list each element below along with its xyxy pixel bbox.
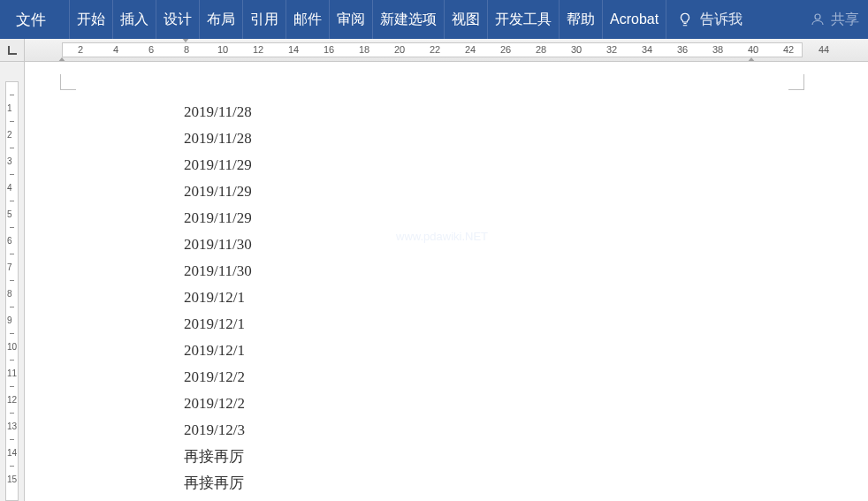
vruler-tick-5: 5 xyxy=(7,209,12,219)
vruler-tick-9: 9 xyxy=(7,315,12,325)
text-line[interactable]: 2019/11/28 xyxy=(184,125,252,152)
hruler-tick-2: 2 xyxy=(78,44,83,55)
hruler-tick-28: 28 xyxy=(536,44,546,55)
document-page[interactable]: www.pdawiki.NET 2019/11/282019/11/282019… xyxy=(25,62,868,501)
vruler-tick-12: 12 xyxy=(7,395,17,405)
vruler-tick-10: 10 xyxy=(7,342,17,352)
tab-开始[interactable]: 开始 xyxy=(69,0,113,39)
tab-帮助[interactable]: 帮助 xyxy=(560,0,603,39)
vruler-tick-3: 3 xyxy=(7,156,12,166)
margin-corner-tl xyxy=(60,69,81,90)
text-line[interactable]: 2019/11/30 xyxy=(184,258,252,285)
document-body[interactable]: 2019/11/282019/11/282019/11/292019/11/29… xyxy=(184,99,252,497)
text-line[interactable]: 2019/11/30 xyxy=(184,232,252,258)
vruler-tick-14: 14 xyxy=(7,448,17,458)
text-line[interactable]: 2019/12/1 xyxy=(184,311,252,338)
tab-引用[interactable]: 引用 xyxy=(243,0,286,39)
hruler-tick-30: 30 xyxy=(571,44,582,55)
hruler-tick-4: 4 xyxy=(113,44,118,55)
hruler-tick-20: 20 xyxy=(394,44,405,55)
vertical-ruler[interactable]: 123456789101112131415 xyxy=(0,62,25,501)
tab-file[interactable]: 文件 xyxy=(0,0,62,39)
hruler-tick-40: 40 xyxy=(748,44,758,55)
horizontal-ruler[interactable]: 2468101214161820222426283032343638404244 xyxy=(0,39,868,62)
text-line[interactable]: 2019/12/1 xyxy=(184,338,252,364)
hruler-tick-24: 24 xyxy=(465,44,476,55)
margin-corner-tr xyxy=(783,69,804,90)
hruler-tick-8: 8 xyxy=(184,44,189,55)
hruler-tick-26: 26 xyxy=(500,44,511,55)
text-line[interactable]: 2019/11/28 xyxy=(184,99,252,125)
lightbulb-icon xyxy=(677,11,693,27)
hruler-tick-36: 36 xyxy=(677,44,688,55)
ribbon-bar: 文件 开始插入设计布局引用邮件审阅新建选项视图开发工具帮助Acrobat 告诉我… xyxy=(0,0,868,39)
text-line[interactable]: 2019/12/2 xyxy=(184,391,252,417)
vruler-tick-7: 7 xyxy=(7,262,12,272)
hruler-tick-6: 6 xyxy=(148,44,154,55)
hruler-tick-18: 18 xyxy=(359,44,369,55)
hruler-tick-38: 38 xyxy=(712,44,723,55)
tab-布局[interactable]: 布局 xyxy=(200,0,243,39)
hruler-tick-22: 22 xyxy=(430,44,440,55)
text-line[interactable]: 2019/11/29 xyxy=(184,152,252,178)
hruler-tick-16: 16 xyxy=(324,44,334,55)
text-line[interactable]: 再接再厉 xyxy=(184,444,252,470)
vruler-tick-6: 6 xyxy=(7,236,12,246)
tab-stop-icon xyxy=(8,46,17,55)
text-line[interactable]: 2019/11/29 xyxy=(184,205,252,232)
text-line[interactable]: 2019/12/2 xyxy=(184,364,252,391)
tell-me[interactable]: 告诉我 xyxy=(677,11,742,29)
tell-me-label: 告诉我 xyxy=(700,11,742,29)
vruler-tick-15: 15 xyxy=(7,474,17,484)
hruler-tick-42: 42 xyxy=(783,44,794,55)
text-line[interactable]: 再接再厉 xyxy=(184,470,252,497)
text-line[interactable]: 2019/11/29 xyxy=(184,178,252,205)
hruler-tick-34: 34 xyxy=(642,44,652,55)
tab-邮件[interactable]: 邮件 xyxy=(286,0,330,39)
hruler-tick-32: 32 xyxy=(606,44,617,55)
tab-设计[interactable]: 设计 xyxy=(156,0,200,39)
tab-插入[interactable]: 插入 xyxy=(113,0,156,39)
hruler-tick-10: 10 xyxy=(217,44,228,55)
hruler-tick-12: 12 xyxy=(253,44,263,55)
share-button[interactable]: 共享 xyxy=(810,0,859,39)
hruler-tick-44: 44 xyxy=(819,44,829,55)
vruler-tick-13: 13 xyxy=(7,421,17,431)
tab-新建选项[interactable]: 新建选项 xyxy=(373,0,445,39)
tab-审阅[interactable]: 审阅 xyxy=(330,0,373,39)
tab-开发工具[interactable]: 开发工具 xyxy=(488,0,560,39)
vruler-tick-4: 4 xyxy=(7,183,12,193)
tab-Acrobat[interactable]: Acrobat xyxy=(603,0,666,39)
text-line[interactable]: 2019/12/3 xyxy=(184,417,252,444)
first-line-indent-marker[interactable] xyxy=(181,39,190,42)
svg-point-0 xyxy=(815,14,820,19)
share-label: 共享 xyxy=(831,11,859,29)
tab-视图[interactable]: 视图 xyxy=(445,0,488,39)
hruler-tick-14: 14 xyxy=(288,44,299,55)
tab-selector[interactable] xyxy=(0,39,25,61)
vruler-tick-11: 11 xyxy=(7,368,17,378)
vruler-tick-8: 8 xyxy=(7,289,12,299)
tell-me-group: 告诉我 xyxy=(677,0,742,39)
vruler-tick-2: 2 xyxy=(7,130,12,140)
person-icon xyxy=(810,11,826,27)
vruler-tick-1: 1 xyxy=(7,103,12,113)
text-line[interactable]: 2019/12/1 xyxy=(184,285,252,311)
